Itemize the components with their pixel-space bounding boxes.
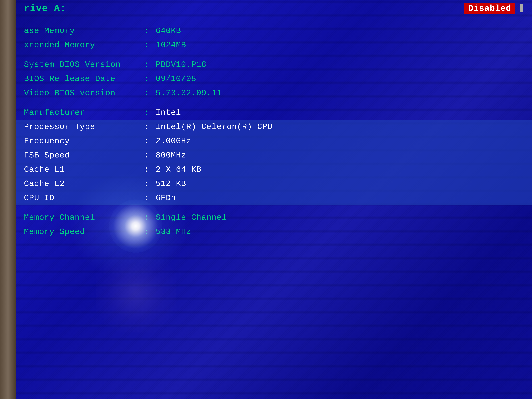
colon-base-memory: :: [144, 26, 150, 36]
spacer-1: [24, 52, 524, 57]
row-extended-memory: xtended Memory : 1024MB: [24, 38, 524, 52]
label-system-bios: System BIOS Version: [24, 60, 144, 69]
label-bios-release: BIOS Re lease Date: [24, 74, 144, 83]
corner-indicator: ▐: [518, 4, 523, 13]
value-memory-speed: 533 MHz: [156, 227, 191, 236]
colon-memory-channel: :: [144, 213, 150, 222]
label-memory-channel: Memory Channel: [24, 213, 144, 222]
value-video-bios: 5.73.32.09.11: [156, 88, 222, 98]
label-memory-speed: Memory Speed: [24, 227, 144, 236]
colon-memory-speed: :: [144, 227, 150, 236]
value-bios-release: 09/10/08: [156, 74, 196, 83]
spacer-3: [24, 205, 524, 210]
row-cache-l2: Cache L2 : 512 KB: [16, 177, 532, 191]
row-memory-speed: Memory Speed : 533 MHz: [24, 225, 524, 239]
colon-video-bios: :: [144, 88, 150, 98]
bezel-left: [0, 0, 16, 399]
label-processor-type: Processor Type: [24, 122, 144, 132]
colon-fsb-speed: :: [144, 151, 150, 160]
value-frequency: 2.00GHz: [156, 136, 191, 146]
spacer-2: [24, 100, 524, 106]
row-cpu-id: CPU ID : 6FDh: [16, 191, 532, 205]
label-cache-l2: Cache L2: [24, 179, 144, 189]
label-extended-memory: xtended Memory: [24, 40, 144, 50]
colon-extended-memory: :: [144, 40, 150, 50]
colon-processor-type: :: [144, 122, 150, 132]
colon-bios-release: :: [144, 74, 150, 83]
value-fsb-speed: 800MHz: [156, 151, 186, 160]
colon-system-bios: :: [144, 60, 150, 69]
colon-manufacturer: :: [144, 108, 150, 117]
row-base-memory: ase Memory : 640KB: [24, 24, 524, 38]
value-processor-type: Intel(R) Celeron(R) CPU: [156, 122, 272, 132]
row-manufacturer: Manufacturer : Intel: [24, 106, 524, 120]
colon-cpu-id: :: [144, 193, 150, 203]
label-base-memory: ase Memory: [24, 26, 144, 36]
row-memory-channel: Memory Channel : Single Channel: [24, 210, 524, 225]
value-extended-memory: 1024MB: [156, 40, 186, 50]
label-fsb-speed: FSB Speed: [24, 151, 144, 160]
bios-screen: rive A: Disabled ▐ ase Memory : 640KB xt…: [16, 0, 532, 399]
row-fsb-speed: FSB Speed : 800MHz: [16, 148, 532, 162]
row-system-bios: System BIOS Version : PBDV10.P18: [24, 57, 524, 72]
colon-cache-l1: :: [144, 165, 150, 174]
value-cache-l2: 512 KB: [156, 179, 186, 189]
value-system-bios: PBDV10.P18: [156, 60, 206, 69]
row-frequency: Frequency : 2.00GHz: [16, 134, 532, 148]
row-video-bios: Video BIOS version : 5.73.32.09.11: [24, 86, 524, 100]
value-memory-channel: Single Channel: [156, 213, 227, 222]
drive-a-label: rive A:: [24, 3, 66, 14]
disabled-badge: Disabled: [464, 3, 515, 14]
label-cpu-id: CPU ID: [24, 193, 144, 203]
value-cpu-id: 6FDh: [156, 193, 176, 203]
row-processor-type: Processor Type : Intel(R) Celeron(R) CPU: [16, 120, 532, 134]
bios-content: rive A: Disabled ▐ ase Memory : 640KB xt…: [16, 0, 532, 399]
colon-frequency: :: [144, 136, 150, 146]
row-cache-l1: Cache L1 : 2 X 64 KB: [16, 162, 532, 177]
label-manufacturer: Manufacturer: [24, 108, 144, 117]
label-cache-l1: Cache L1: [24, 165, 144, 174]
row-bios-release: BIOS Re lease Date : 09/10/08: [24, 72, 524, 86]
label-frequency: Frequency: [24, 136, 144, 146]
colon-cache-l2: :: [144, 179, 150, 189]
value-manufacturer: Intel: [156, 108, 181, 117]
info-table: ase Memory : 640KB xtended Memory : 1024…: [24, 24, 524, 239]
header-row: rive A: Disabled ▐: [24, 0, 524, 18]
value-cache-l1: 2 X 64 KB: [156, 165, 201, 174]
label-video-bios: Video BIOS version: [24, 88, 144, 98]
value-base-memory: 640KB: [156, 26, 181, 36]
